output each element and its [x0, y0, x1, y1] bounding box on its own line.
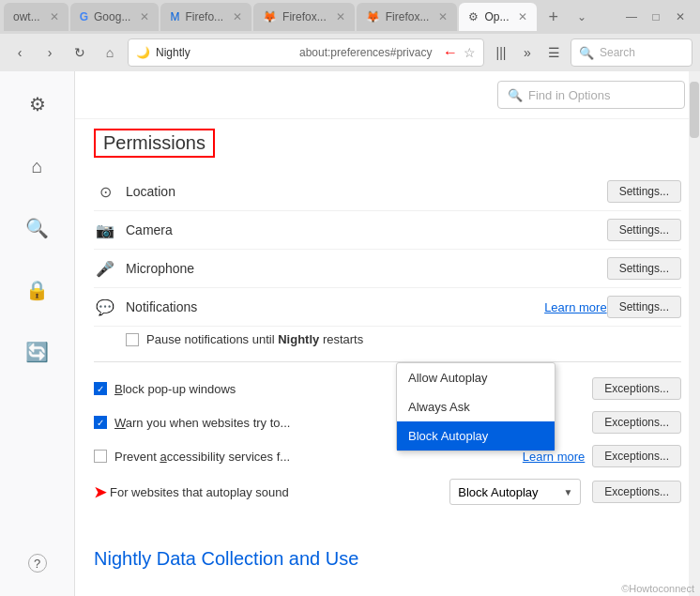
allow-autoplay-option[interactable]: Allow Autoplay [397, 363, 555, 392]
tab-options-label: Op... [484, 10, 509, 23]
sidebar-item-search[interactable]: 🔍 [14, 205, 61, 252]
permissions-section: Permissions ⊙ Location Settings... 📷 Cam… [75, 119, 700, 529]
notifications-learn-more-link[interactable]: Learn more [544, 300, 606, 314]
address-bar[interactable]: 🌙 Nightly about:preferences#privacy ← ☆ [128, 38, 484, 67]
prevent-access-exceptions-button[interactable]: Exceptions... [592, 445, 681, 467]
find-placeholder: Find in Options [528, 88, 610, 102]
sidebar-item-sync[interactable]: 🔄 [14, 329, 61, 375]
warn-install-checkbox[interactable]: ✓ [94, 416, 107, 429]
sidebar-item-settings[interactable]: ⚙ [14, 81, 61, 128]
autoplay-dropdown-select[interactable]: Block Autoplay ▼ [449, 479, 581, 505]
nightly-collection-title: Nightly Data Collection and Use [94, 548, 358, 569]
sidebar-item-privacy[interactable]: 🔒 [14, 267, 61, 313]
back-button[interactable]: ‹ [8, 40, 32, 65]
tab-dropdown-button[interactable]: ⌄ [570, 10, 594, 23]
camera-icon: 📷 [94, 222, 116, 239]
tab-firefox3-close[interactable]: ✕ [438, 10, 448, 23]
tab-google-label: Goog... [94, 10, 130, 23]
settings-icon: ⚙ [29, 93, 46, 115]
forward-button[interactable]: › [38, 40, 62, 65]
content-area: 🔍 Find in Options Permissions ⊙ Location… [75, 71, 700, 596]
browser-logo-icon: 🌙 [136, 46, 150, 59]
tab-options[interactable]: ⚙ Op... ✕ [459, 3, 537, 31]
notifications-label: Notifications [126, 299, 537, 314]
red-arrow-left-icon: ➤ [94, 483, 106, 501]
location-label: Location [126, 184, 607, 199]
tab-firefox2-close[interactable]: ✕ [336, 10, 345, 23]
tab-firefox2[interactable]: 🦊 Firefox... ✕ [253, 3, 355, 31]
search-magnify-icon: 🔍 [579, 46, 594, 60]
library-icon[interactable]: ||| [490, 41, 512, 64]
address-text[interactable]: about:preferences#privacy [299, 46, 437, 59]
nav-bar: ‹ › ↻ ⌂ 🌙 Nightly about:preferences#priv… [0, 34, 700, 71]
warn-install-exceptions-button[interactable]: Exceptions... [592, 411, 681, 434]
menu-icon[interactable]: ☰ [542, 41, 565, 64]
find-bar: 🔍 Find in Options [75, 71, 700, 119]
window-controls: — □ ✕ [623, 8, 696, 25]
tab-options-icon: ⚙ [468, 10, 479, 23]
notifications-settings-button[interactable]: Settings... [607, 296, 681, 318]
permission-row-camera: 📷 Camera Settings... [94, 211, 681, 250]
find-magnify-icon: 🔍 [508, 88, 523, 102]
maximize-button[interactable]: □ [647, 8, 664, 25]
block-popups-exceptions-button[interactable]: Exceptions... [592, 377, 681, 400]
autoplay-dropdown-menu: Allow Autoplay Always Ask Block Autoplay [396, 362, 555, 451]
sidebar-item-help[interactable]: ? [14, 540, 61, 587]
minimize-button[interactable]: — [623, 8, 640, 25]
extensions-icon[interactable]: » [516, 41, 539, 64]
scrollbar-thumb[interactable] [690, 82, 699, 138]
search-input-placeholder: Search [600, 46, 635, 59]
new-tab-button[interactable]: + [539, 8, 568, 27]
block-popups-checkbox[interactable]: ✓ [94, 382, 107, 395]
microphone-icon: 🎤 [94, 260, 116, 278]
permission-row-microphone: 🎤 Microphone Settings... [94, 250, 681, 288]
red-arrow-indicator-icon: ← [443, 44, 458, 61]
block-autoplay-option[interactable]: Block Autoplay [397, 421, 555, 451]
microphone-settings-button[interactable]: Settings... [607, 257, 681, 280]
tab-firefox3-label: Firefox... [386, 10, 430, 23]
checkbox-row-prevent-access: Prevent accessibility services f... Lear… [94, 439, 681, 473]
autoplay-dropdown-container: Block Autoplay ▼ [449, 479, 581, 505]
tab-owt[interactable]: owt... ✕ [4, 3, 68, 31]
tab-firefox3[interactable]: 🦊 Firefox... ✕ [357, 3, 458, 31]
autoplay-selected-value: Block Autoplay [458, 485, 555, 499]
checkbox-row-block-popups: ✓ Block pop-up windows Exceptions... [94, 372, 681, 405]
tab-firefox1[interactable]: M Firefo... ✕ [160, 3, 251, 31]
autoplay-label: For websites that autoplay sound [110, 485, 449, 499]
tab-firefox2-label: Firefox... [282, 10, 327, 23]
tab-firefox1-close[interactable]: ✕ [233, 10, 242, 23]
location-settings-button[interactable]: Settings... [607, 180, 681, 203]
search-bar[interactable]: 🔍 Search [571, 38, 692, 67]
scrollbar[interactable] [689, 71, 700, 596]
close-window-button[interactable]: ✕ [672, 8, 689, 25]
sidebar-item-home[interactable]: ⌂ [14, 143, 61, 190]
permissions-title: Permissions [94, 129, 215, 158]
tab-google[interactable]: G Goog... ✕ [70, 3, 160, 31]
bookmark-star-icon[interactable]: ☆ [464, 45, 476, 60]
home-button[interactable]: ⌂ [98, 40, 122, 65]
tab-firefox2-icon: 🦊 [263, 10, 277, 23]
always-ask-option[interactable]: Always Ask [397, 392, 555, 421]
notifications-icon: 💬 [94, 298, 116, 316]
autoplay-exceptions-button[interactable]: Exceptions... [592, 481, 681, 503]
camera-settings-button[interactable]: Settings... [607, 219, 681, 241]
dropdown-arrow-icon: ▼ [563, 487, 572, 497]
watermark: ©Howtoconnect [621, 583, 694, 594]
pause-notifications-checkbox[interactable] [126, 333, 139, 346]
refresh-button[interactable]: ↻ [68, 40, 92, 65]
tab-google-icon: G [80, 10, 88, 23]
help-icon: ? [28, 554, 47, 573]
divider [94, 361, 681, 362]
find-in-options-input[interactable]: 🔍 Find in Options [497, 81, 685, 109]
tab-google-close[interactable]: ✕ [140, 10, 149, 23]
prevent-access-checkbox[interactable] [94, 450, 107, 463]
search-icon: 🔍 [25, 217, 49, 239]
tab-firefox3-icon: 🦊 [366, 10, 380, 23]
autoplay-row: ➤ For websites that autoplay sound Block… [94, 473, 681, 511]
sidebar: ⚙ ⌂ 🔍 🔒 🔄 ? [0, 71, 75, 596]
tab-owt-close[interactable]: ✕ [50, 10, 59, 23]
browser-name-label: Nightly [156, 46, 294, 59]
checkbox-row-warn-install: ✓ Warn you when websites try to... Allow… [94, 405, 681, 439]
tab-bar: owt... ✕ G Goog... ✕ M Firefo... ✕ 🦊 Fir… [0, 0, 700, 34]
tab-options-close[interactable]: ✕ [518, 10, 527, 23]
